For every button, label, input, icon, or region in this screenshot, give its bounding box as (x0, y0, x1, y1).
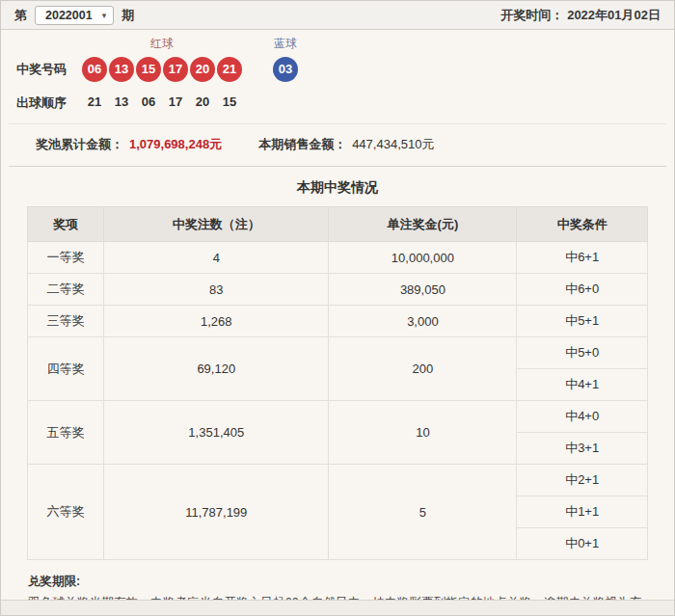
amount-cell: 10,000,000 (329, 242, 517, 274)
bottom-strip (1, 600, 674, 615)
condition-cell: 中4+1 (517, 369, 648, 401)
prize-cell: 六等奖 (28, 465, 104, 560)
red-balls: 061315172021 (82, 57, 242, 82)
amount-column-header: 单注奖金(元) (329, 207, 517, 242)
top-bar: 第 2022001 ▾ 期 开奖时间： 2022年01月02日 (1, 1, 674, 30)
red-ball: 06 (82, 57, 107, 82)
amount-cell: 3,000 (329, 306, 517, 337)
prize-table-title: 本期中奖情况 (1, 179, 674, 197)
table-header-row: 奖项 中奖注数（注） 单注奖金(元) 中奖条件 (28, 207, 648, 242)
prize-cell: 二等奖 (28, 274, 104, 306)
winning-numbers-section: 红球 蓝球 中奖号码 061315172021 03 出球顺序 21130617… (1, 30, 674, 112)
prize-column-header: 奖项 (28, 207, 104, 242)
count-cell: 4 (104, 242, 329, 274)
count-column-header: 中奖注数（注） (104, 207, 329, 242)
count-cell: 69,120 (104, 337, 329, 401)
table-row: 五等奖1,351,40510中4+0 (28, 401, 648, 433)
blue-group-label: 蓝球 (269, 36, 302, 52)
condition-column-header: 中奖条件 (517, 207, 648, 242)
blue-ball: 03 (273, 57, 298, 82)
draw-order-number: 15 (217, 94, 242, 112)
draw-order-number: 17 (163, 94, 188, 112)
condition-cell: 中6+1 (517, 242, 648, 274)
amount-cell: 5 (329, 465, 517, 560)
draw-time: 开奖时间： 2022年01月02日 (500, 7, 661, 24)
draw-order-number: 21 (82, 94, 107, 112)
red-ball: 15 (136, 57, 161, 82)
sales-label: 本期销售金额： (258, 136, 346, 153)
period-prefix-label: 第 (14, 7, 27, 24)
chevron-down-icon: ▾ (102, 11, 107, 20)
pool-label: 奖池累计金额： (36, 136, 123, 153)
table-row: 三等奖1,2683,000中5+1 (28, 306, 648, 337)
condition-cell: 中2+1 (517, 465, 648, 496)
redemption-notes: 兑奖期限: 双色球兑奖当期有效。中奖者应当自开奖之日起60个自然日内，持中奖彩票… (28, 574, 647, 600)
draw-order-number: 20 (190, 94, 215, 112)
table-row: 六等奖11,787,1995中2+1 (28, 465, 648, 496)
condition-cell: 中6+0 (517, 274, 648, 306)
period-suffix-label: 期 (122, 7, 134, 24)
content-area: 红球 蓝球 中奖号码 061315172021 03 出球顺序 21130617… (1, 30, 674, 600)
period-select-value: 2022001 (45, 9, 93, 22)
table-row: 四等奖69,120200中5+0 (28, 337, 648, 369)
table-row: 一等奖410,000,000中6+1 (28, 242, 648, 274)
condition-cell: 中1+1 (517, 496, 648, 528)
amount-cell: 389,050 (329, 274, 517, 306)
count-cell: 1,351,405 (104, 401, 329, 465)
prize-cell: 一等奖 (28, 242, 104, 274)
condition-cell: 中5+1 (517, 306, 648, 337)
condition-cell: 中5+0 (517, 337, 648, 369)
count-cell: 11,787,199 (104, 465, 329, 560)
draw-order-label: 出球顺序 (16, 94, 82, 112)
draw-order-number: 13 (109, 94, 134, 112)
red-ball: 21 (217, 57, 242, 82)
prize-cell: 五等奖 (28, 401, 104, 465)
draw-order-numbers: 211306172015 (82, 94, 242, 112)
red-ball: 13 (109, 57, 134, 82)
winning-numbers-label: 中奖号码 (16, 61, 82, 78)
lottery-results-page: 第 2022001 ▾ 期 开奖时间： 2022年01月02日 红球 蓝球 中奖… (0, 0, 675, 616)
condition-cell: 中3+1 (517, 433, 648, 465)
notes-title: 兑奖期限: (28, 574, 647, 590)
period-select[interactable]: 2022001 ▾ (35, 6, 114, 25)
amount-cell: 10 (329, 401, 517, 465)
prize-table-body: 一等奖410,000,000中6+1二等奖83389,050中6+0三等奖1,2… (28, 242, 648, 560)
count-cell: 1,268 (104, 306, 329, 337)
sales-value: 447,434,510元 (352, 136, 434, 153)
amounts-row: 奖池累计金额： 1,079,698,248元 本期销售金额： 447,434,5… (9, 123, 666, 167)
red-group-label: 红球 (82, 36, 242, 52)
amount-cell: 200 (329, 337, 517, 401)
prize-cell: 三等奖 (28, 306, 104, 337)
draw-order-number: 06 (136, 94, 161, 112)
condition-cell: 中0+1 (517, 528, 648, 560)
count-cell: 83 (104, 274, 329, 306)
prize-cell: 四等奖 (28, 337, 104, 401)
pool-value: 1,079,698,248元 (129, 136, 222, 153)
prize-table: 奖项 中奖注数（注） 单注奖金(元) 中奖条件 一等奖410,000,000中6… (27, 206, 648, 560)
condition-cell: 中4+0 (517, 401, 648, 433)
draw-time-label: 开奖时间： (500, 7, 563, 24)
red-ball: 17 (163, 57, 188, 82)
table-row: 二等奖83389,050中6+0 (28, 274, 648, 306)
red-ball: 20 (190, 57, 215, 82)
draw-time-value: 2022年01月02日 (567, 7, 661, 24)
